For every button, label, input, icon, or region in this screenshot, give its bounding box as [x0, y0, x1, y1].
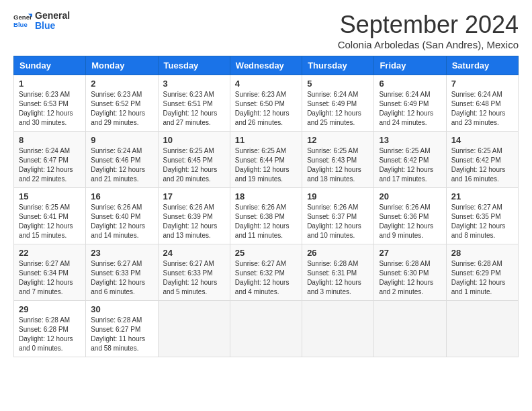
day-number: 27 [379, 248, 441, 258]
logo-text-general: General [35, 11, 70, 21]
day-number: 16 [91, 191, 152, 201]
day-info: Sunrise: 6:28 AMSunset: 6:29 PMDaylight:… [451, 259, 513, 297]
calendar-body: 1Sunrise: 6:23 AMSunset: 6:53 PMDaylight… [14, 75, 519, 357]
day-number: 4 [235, 79, 297, 89]
calendar-day-cell [446, 301, 518, 357]
calendar-day-cell: 12Sunrise: 6:25 AMSunset: 6:43 PMDayligh… [302, 132, 374, 188]
day-info: Sunrise: 6:23 AMSunset: 6:52 PMDaylight:… [91, 90, 152, 128]
calendar-table: SundayMondayTuesdayWednesdayThursdayFrid… [13, 56, 519, 357]
calendar-day-cell: 20Sunrise: 6:26 AMSunset: 6:36 PMDayligh… [374, 188, 446, 244]
day-number: 15 [19, 191, 81, 201]
day-info: Sunrise: 6:27 AMSunset: 6:35 PMDaylight:… [451, 203, 513, 240]
day-info: Sunrise: 6:26 AMSunset: 6:37 PMDaylight:… [307, 203, 369, 240]
day-number: 28 [451, 248, 513, 258]
day-number: 7 [451, 79, 513, 89]
calendar-day-cell: 16Sunrise: 6:26 AMSunset: 6:40 PMDayligh… [86, 188, 158, 244]
day-info: Sunrise: 6:25 AMSunset: 6:42 PMDaylight:… [451, 146, 513, 184]
calendar-day-cell: 19Sunrise: 6:26 AMSunset: 6:37 PMDayligh… [302, 188, 374, 244]
calendar-day-cell: 24Sunrise: 6:27 AMSunset: 6:33 PMDayligh… [158, 244, 230, 301]
day-number: 8 [19, 135, 81, 145]
day-info: Sunrise: 6:25 AMSunset: 6:41 PMDaylight:… [19, 203, 81, 240]
day-info: Sunrise: 6:24 AMSunset: 6:46 PMDaylight:… [91, 146, 152, 184]
day-info: Sunrise: 6:27 AMSunset: 6:33 PMDaylight:… [163, 259, 225, 297]
day-info: Sunrise: 6:26 AMSunset: 6:40 PMDaylight:… [91, 203, 152, 240]
day-info: Sunrise: 6:24 AMSunset: 6:49 PMDaylight:… [307, 90, 369, 128]
calendar-day-cell: 3Sunrise: 6:23 AMSunset: 6:51 PMDaylight… [158, 75, 230, 132]
calendar-day-cell: 25Sunrise: 6:27 AMSunset: 6:32 PMDayligh… [230, 244, 302, 301]
calendar-day-cell: 27Sunrise: 6:28 AMSunset: 6:30 PMDayligh… [374, 244, 446, 301]
day-info: Sunrise: 6:27 AMSunset: 6:33 PMDaylight:… [91, 259, 152, 297]
day-info: Sunrise: 6:28 AMSunset: 6:31 PMDaylight:… [307, 259, 369, 297]
day-info: Sunrise: 6:25 AMSunset: 6:42 PMDaylight:… [379, 146, 441, 184]
header: General Blue General Blue September 2024… [13, 11, 519, 50]
svg-text:Blue: Blue [13, 21, 28, 28]
day-number: 17 [163, 191, 225, 201]
calendar-day-cell [374, 301, 446, 357]
day-info: Sunrise: 6:25 AMSunset: 6:43 PMDaylight:… [307, 146, 369, 184]
day-info: Sunrise: 6:27 AMSunset: 6:32 PMDaylight:… [235, 259, 297, 297]
day-number: 20 [379, 191, 441, 201]
day-info: Sunrise: 6:28 AMSunset: 6:28 PMDaylight:… [19, 316, 81, 353]
day-number: 24 [163, 248, 225, 258]
day-info: Sunrise: 6:25 AMSunset: 6:45 PMDaylight:… [163, 146, 225, 184]
day-number: 30 [91, 304, 152, 314]
title-area: September 2024 Colonia Arboledas (San An… [338, 11, 519, 50]
day-info: Sunrise: 6:28 AMSunset: 6:27 PMDaylight:… [91, 316, 152, 353]
day-number: 21 [451, 191, 513, 201]
day-number: 13 [379, 135, 441, 145]
calendar-day-cell: 11Sunrise: 6:25 AMSunset: 6:44 PMDayligh… [230, 132, 302, 188]
day-info: Sunrise: 6:24 AMSunset: 6:49 PMDaylight:… [379, 90, 441, 128]
calendar-header-friday: Friday [374, 56, 446, 75]
day-number: 3 [163, 79, 225, 89]
calendar-day-cell: 10Sunrise: 6:25 AMSunset: 6:45 PMDayligh… [158, 132, 230, 188]
day-info: Sunrise: 6:26 AMSunset: 6:38 PMDaylight:… [235, 203, 297, 240]
logo: General Blue General Blue [13, 11, 70, 32]
calendar-header-sunday: Sunday [14, 56, 86, 75]
calendar-week-row: 8Sunrise: 6:24 AMSunset: 6:47 PMDaylight… [14, 132, 519, 188]
calendar-day-cell: 5Sunrise: 6:24 AMSunset: 6:49 PMDaylight… [302, 75, 374, 132]
calendar-header-wednesday: Wednesday [230, 56, 302, 75]
day-number: 6 [379, 79, 441, 89]
month-title: September 2024 [338, 11, 519, 39]
calendar-header-row: SundayMondayTuesdayWednesdayThursdayFrid… [14, 56, 519, 75]
day-info: Sunrise: 6:23 AMSunset: 6:51 PMDaylight:… [163, 90, 225, 128]
day-number: 9 [91, 135, 152, 145]
calendar-day-cell: 22Sunrise: 6:27 AMSunset: 6:34 PMDayligh… [14, 244, 86, 301]
day-info: Sunrise: 6:24 AMSunset: 6:47 PMDaylight:… [19, 146, 81, 184]
day-info: Sunrise: 6:23 AMSunset: 6:53 PMDaylight:… [19, 90, 81, 128]
calendar-day-cell: 28Sunrise: 6:28 AMSunset: 6:29 PMDayligh… [446, 244, 518, 301]
calendar-day-cell: 21Sunrise: 6:27 AMSunset: 6:35 PMDayligh… [446, 188, 518, 244]
day-number: 23 [91, 248, 152, 258]
logo-icon: General Blue [13, 11, 32, 30]
day-info: Sunrise: 6:24 AMSunset: 6:48 PMDaylight:… [451, 90, 513, 128]
calendar-week-row: 15Sunrise: 6:25 AMSunset: 6:41 PMDayligh… [14, 188, 519, 244]
day-info: Sunrise: 6:27 AMSunset: 6:34 PMDaylight:… [19, 259, 81, 297]
calendar-day-cell [158, 301, 230, 357]
calendar-day-cell: 18Sunrise: 6:26 AMSunset: 6:38 PMDayligh… [230, 188, 302, 244]
day-info: Sunrise: 6:23 AMSunset: 6:50 PMDaylight:… [235, 90, 297, 128]
calendar-day-cell [230, 301, 302, 357]
day-number: 26 [307, 248, 369, 258]
day-number: 18 [235, 191, 297, 201]
calendar-header-saturday: Saturday [446, 56, 518, 75]
day-number: 11 [235, 135, 297, 145]
calendar-day-cell: 9Sunrise: 6:24 AMSunset: 6:46 PMDaylight… [86, 132, 158, 188]
day-number: 10 [163, 135, 225, 145]
subtitle: Colonia Arboledas (San Andres), Mexico [338, 39, 519, 50]
calendar-day-cell: 4Sunrise: 6:23 AMSunset: 6:50 PMDaylight… [230, 75, 302, 132]
day-info: Sunrise: 6:26 AMSunset: 6:36 PMDaylight:… [379, 203, 441, 240]
calendar-day-cell: 7Sunrise: 6:24 AMSunset: 6:48 PMDaylight… [446, 75, 518, 132]
calendar-day-cell: 30Sunrise: 6:28 AMSunset: 6:27 PMDayligh… [86, 301, 158, 357]
calendar-day-cell: 6Sunrise: 6:24 AMSunset: 6:49 PMDaylight… [374, 75, 446, 132]
logo-text-blue: Blue [35, 21, 70, 31]
day-number: 1 [19, 79, 81, 89]
calendar-header-monday: Monday [86, 56, 158, 75]
calendar-day-cell: 23Sunrise: 6:27 AMSunset: 6:33 PMDayligh… [86, 244, 158, 301]
day-info: Sunrise: 6:28 AMSunset: 6:30 PMDaylight:… [379, 259, 441, 297]
calendar-day-cell: 14Sunrise: 6:25 AMSunset: 6:42 PMDayligh… [446, 132, 518, 188]
calendar-header-tuesday: Tuesday [158, 56, 230, 75]
day-info: Sunrise: 6:26 AMSunset: 6:39 PMDaylight:… [163, 203, 225, 240]
calendar-day-cell: 29Sunrise: 6:28 AMSunset: 6:28 PMDayligh… [14, 301, 86, 357]
calendar-day-cell: 13Sunrise: 6:25 AMSunset: 6:42 PMDayligh… [374, 132, 446, 188]
calendar-day-cell: 15Sunrise: 6:25 AMSunset: 6:41 PMDayligh… [14, 188, 86, 244]
